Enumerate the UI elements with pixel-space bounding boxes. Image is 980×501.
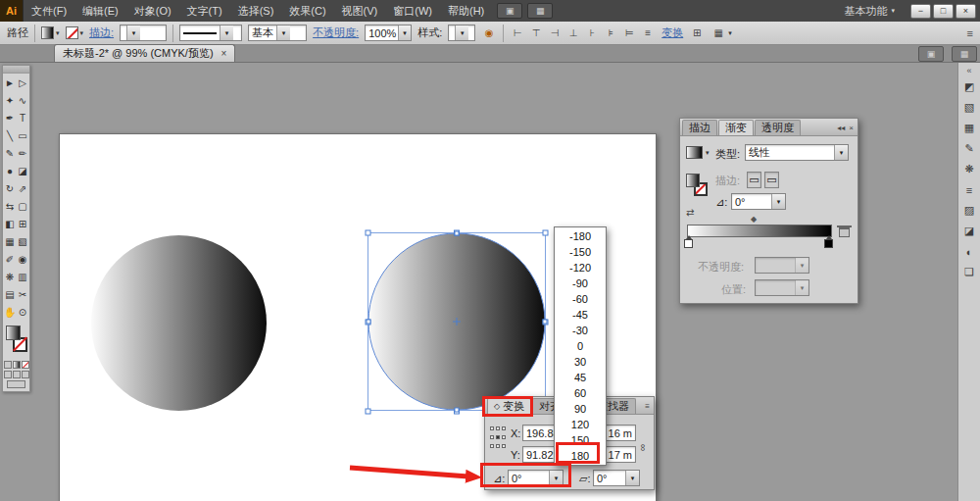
angle-option[interactable]: -150 — [555, 244, 606, 260]
perspective-grid-tool[interactable]: ⊞ — [17, 215, 29, 232]
gradient-fill-proxy-icon[interactable] — [686, 174, 700, 187]
slice-tool[interactable]: ✂ — [17, 285, 29, 303]
menu-object[interactable]: 对象(O) — [126, 0, 179, 22]
gradient-stop-black[interactable] — [824, 239, 833, 248]
stroke-within-button[interactable]: ▭ — [747, 172, 761, 188]
pencil-tool[interactable]: ✏ — [17, 144, 29, 162]
menu-window[interactable]: 窗口(W) — [385, 0, 440, 22]
width-tool[interactable]: ⇆ — [4, 197, 17, 215]
expand-panels-icon[interactable]: « — [966, 65, 971, 76]
gradient-angle-select[interactable]: 0° ▾ — [731, 193, 786, 210]
line-segment-tool[interactable]: ╲ — [4, 126, 17, 144]
gradient-circle-selected[interactable] — [361, 225, 553, 419]
layers-panel-icon[interactable]: ❏ — [960, 264, 979, 280]
align-vertical-center-icon[interactable]: ⊦ — [584, 25, 600, 41]
free-transform-icon[interactable]: ⊞ — [689, 25, 705, 41]
opacity-select[interactable]: 100% ▾ — [365, 25, 412, 41]
angle-option[interactable]: 30 — [555, 354, 606, 370]
stroke-link[interactable]: 描边: — [89, 25, 114, 40]
gradient-circle-left[interactable] — [91, 235, 267, 411]
opacity-link[interactable]: 不透明度: — [313, 25, 359, 40]
menu-effect[interactable]: 效果(C) — [281, 0, 333, 22]
panel-menu-icon[interactable]: ≡ — [645, 402, 650, 411]
align-horizontal-left-icon[interactable]: ⊢ — [510, 25, 525, 41]
gradient-button[interactable] — [13, 361, 21, 369]
menu-view[interactable]: 视图(V) — [334, 0, 386, 22]
gradient-type-select[interactable]: 线性 ▾ — [745, 144, 849, 161]
tab-gradient[interactable]: 渐变 — [718, 120, 754, 135]
shear-angle-select[interactable]: 0° ▾ — [593, 470, 640, 486]
eraser-tool[interactable]: ◪ — [17, 162, 29, 179]
angle-option[interactable]: -45 — [555, 307, 606, 323]
style-select[interactable]: ▾ — [448, 25, 475, 41]
align-horizontal-center-icon[interactable]: ⊤ — [528, 25, 544, 41]
arrange-documents-icon[interactable]: ▣ — [918, 46, 944, 62]
stop-location-select[interactable]: ▾ — [755, 279, 809, 296]
delete-stop-icon[interactable] — [839, 227, 850, 237]
angle-option[interactable]: -90 — [555, 276, 606, 291]
column-graph-tool[interactable]: ▥ — [17, 268, 29, 285]
stroke-panel-icon[interactable]: ≡ — [960, 181, 979, 198]
draw-inside-button[interactable] — [22, 371, 29, 378]
constrain-proportions-icon[interactable]: ∞ — [638, 430, 650, 464]
swatches-panel-icon[interactable]: ▦ — [960, 120, 979, 136]
angle-option[interactable]: -30 — [555, 323, 606, 338]
more-options-dropdown[interactable]: ▦ ▾ — [710, 25, 732, 41]
tab-stroke[interactable]: 描边 — [682, 120, 717, 135]
document-tab[interactable]: 未标题-2* @ 99% (CMYK/预览) × — [54, 44, 235, 62]
gradient-tool[interactable]: ▧ — [17, 232, 29, 250]
magic-wand-tool[interactable]: ✦ — [4, 91, 17, 109]
brush-definition-select[interactable]: 基本 ▾ — [248, 25, 307, 41]
type-tool[interactable]: T — [17, 109, 29, 126]
selection-tool[interactable]: ► — [4, 74, 17, 91]
color-button[interactable] — [4, 361, 12, 369]
eyedropper-tool[interactable]: ✐ — [4, 250, 17, 268]
zoom-tool[interactable]: ⊙ — [17, 303, 29, 321]
angle-option[interactable]: 0 — [555, 338, 606, 354]
pen-tool[interactable]: ✒ — [4, 109, 17, 126]
stop-opacity-select[interactable]: ▾ — [755, 257, 809, 274]
color-panel-icon[interactable]: ◩ — [960, 78, 979, 95]
color-guide-panel-icon[interactable]: ▧ — [960, 99, 979, 116]
recolor-artwork-icon[interactable]: ◉ — [481, 25, 497, 41]
tools-panel-grip[interactable] — [3, 66, 29, 74]
menu-file[interactable]: 文件(F) — [24, 0, 74, 22]
gradient-slider[interactable] — [687, 225, 832, 237]
free-transform-tool[interactable]: ▢ — [17, 197, 29, 215]
rectangle-tool[interactable]: ▭ — [17, 126, 29, 144]
gradient-midpoint-icon[interactable]: ◆ — [751, 215, 757, 224]
angle-option[interactable]: 60 — [555, 385, 606, 401]
align-vertical-bottom-icon[interactable]: ⊧ — [603, 25, 618, 41]
menu-edit[interactable]: 编辑(E) — [74, 0, 126, 22]
fill-stroke-indicator[interactable] — [3, 324, 29, 359]
gradient-panel-icon[interactable]: ▨ — [960, 202, 979, 219]
restore-button[interactable]: □ — [933, 4, 954, 19]
close-button[interactable]: × — [956, 4, 976, 19]
angle-option[interactable]: 45 — [555, 370, 606, 385]
symbols-panel-icon[interactable]: ❋ — [960, 161, 979, 177]
mesh-tool[interactable]: ▦ — [4, 232, 17, 250]
angle-option[interactable]: -120 — [555, 260, 606, 276]
workspace-grid-icon[interactable]: ▦ — [952, 46, 977, 62]
fill-color-dropdown[interactable]: ▾ — [41, 26, 60, 39]
direct-selection-tool[interactable]: ▷ — [17, 74, 29, 91]
align-horizontal-right-icon[interactable]: ⊣ — [547, 25, 563, 41]
align-vertical-top-icon[interactable]: ⊥ — [565, 25, 581, 41]
stroke-color-dropdown[interactable]: ▾ — [66, 26, 84, 39]
bridge-icon[interactable]: ▣ — [497, 3, 522, 19]
blend-tool[interactable]: ◉ — [17, 250, 29, 268]
transform-link[interactable]: 变换 — [662, 25, 683, 40]
menu-select[interactable]: 选择(S) — [230, 0, 282, 22]
lasso-tool[interactable]: ∿ — [17, 91, 29, 109]
artboard-tool[interactable]: ▤ — [4, 285, 17, 303]
angle-option[interactable]: 120 — [555, 417, 606, 432]
control-panel-menu-icon[interactable]: ≡ — [967, 27, 973, 39]
paintbrush-tool[interactable]: ✎ — [4, 144, 17, 162]
appearance-panel-icon[interactable]: ◐ — [960, 243, 979, 260]
none-button[interactable] — [22, 361, 29, 369]
gradient-stop-white[interactable] — [684, 239, 693, 248]
workspace-switcher[interactable]: 基本功能 ▾ — [844, 4, 895, 19]
shape-builder-tool[interactable]: ◧ — [4, 215, 17, 232]
screen-mode-button[interactable] — [7, 380, 25, 388]
reference-point-locator[interactable] — [490, 426, 508, 453]
